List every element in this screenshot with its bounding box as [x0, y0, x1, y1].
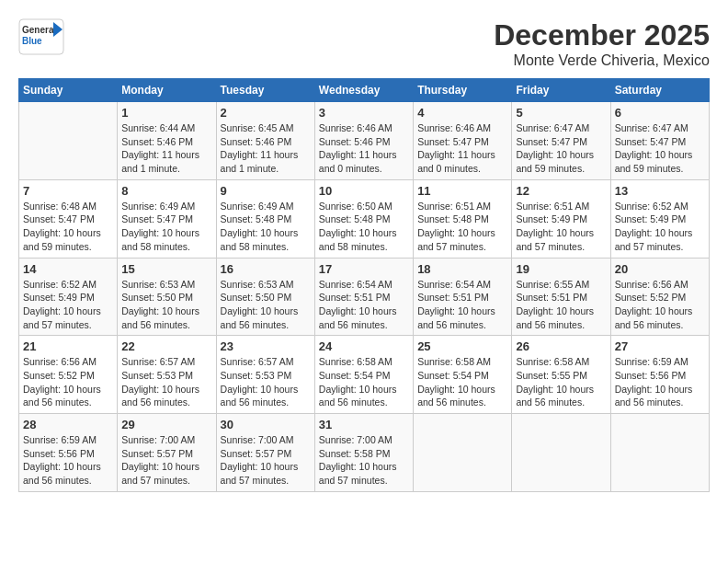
- calendar-cell: [19, 102, 118, 180]
- weekday-monday: Monday: [118, 79, 216, 102]
- calendar-cell: 13Sunrise: 6:52 AMSunset: 5:49 PMDayligh…: [610, 179, 709, 258]
- day-number: 17: [319, 262, 409, 276]
- calendar-cell: 20Sunrise: 6:56 AMSunset: 5:52 PMDayligh…: [610, 258, 709, 336]
- calendar-body: 1Sunrise: 6:44 AMSunset: 5:46 PMDaylight…: [19, 102, 710, 492]
- day-number: 20: [615, 262, 705, 276]
- calendar-cell: 23Sunrise: 6:57 AMSunset: 5:53 PMDayligh…: [216, 336, 314, 414]
- day-info: Sunrise: 6:49 AMSunset: 5:48 PMDaylight:…: [221, 200, 311, 254]
- day-number: 21: [23, 339, 113, 353]
- day-number: 27: [615, 339, 705, 353]
- weekday-thursday: Thursday: [414, 79, 512, 102]
- day-number: 10: [319, 184, 409, 198]
- calendar-title: December 2025: [494, 18, 710, 52]
- calendar-cell: 1Sunrise: 6:44 AMSunset: 5:46 PMDaylight…: [118, 102, 216, 180]
- day-info: Sunrise: 6:47 AMSunset: 5:47 PMDaylight:…: [615, 121, 705, 176]
- week-row-2: 7Sunrise: 6:48 AMSunset: 5:47 PMDaylight…: [19, 179, 710, 258]
- calendar-cell: 21Sunrise: 6:56 AMSunset: 5:52 PMDayligh…: [19, 336, 118, 414]
- day-info: Sunrise: 6:58 AMSunset: 5:55 PMDaylight:…: [516, 355, 606, 409]
- calendar-cell: 25Sunrise: 6:58 AMSunset: 5:54 PMDayligh…: [414, 336, 512, 414]
- day-number: 31: [319, 418, 409, 431]
- calendar-cell: 29Sunrise: 7:00 AMSunset: 5:57 PMDayligh…: [118, 414, 216, 492]
- day-number: 6: [615, 106, 705, 120]
- weekday-friday: Friday: [512, 79, 610, 102]
- day-info: Sunrise: 6:46 AMSunset: 5:47 PMDaylight:…: [417, 121, 507, 176]
- day-info: Sunrise: 6:54 AMSunset: 5:51 PMDaylight:…: [319, 278, 409, 332]
- day-number: 15: [121, 262, 211, 276]
- calendar-cell: 6Sunrise: 6:47 AMSunset: 5:47 PMDaylight…: [610, 102, 709, 180]
- day-info: Sunrise: 6:57 AMSunset: 5:53 PMDaylight:…: [121, 355, 211, 409]
- calendar-cell: 30Sunrise: 7:00 AMSunset: 5:57 PMDayligh…: [216, 414, 314, 492]
- day-info: Sunrise: 6:53 AMSunset: 5:50 PMDaylight:…: [221, 278, 311, 332]
- day-info: Sunrise: 6:56 AMSunset: 5:52 PMDaylight:…: [615, 278, 705, 332]
- day-info: Sunrise: 6:55 AMSunset: 5:51 PMDaylight:…: [516, 278, 606, 332]
- page-header: General Blue December 2025 Monte Verde C…: [18, 18, 710, 69]
- calendar-cell: 3Sunrise: 6:46 AMSunset: 5:46 PMDaylight…: [314, 102, 413, 180]
- day-info: Sunrise: 6:51 AMSunset: 5:48 PMDaylight:…: [417, 200, 507, 254]
- calendar-cell: 24Sunrise: 6:58 AMSunset: 5:54 PMDayligh…: [314, 336, 413, 414]
- day-info: Sunrise: 6:59 AMSunset: 5:56 PMDaylight:…: [615, 355, 705, 409]
- calendar-cell: 31Sunrise: 7:00 AMSunset: 5:58 PMDayligh…: [314, 414, 413, 492]
- calendar-cell: 10Sunrise: 6:50 AMSunset: 5:48 PMDayligh…: [314, 179, 413, 258]
- svg-text:Blue: Blue: [22, 36, 42, 46]
- calendar-cell: 18Sunrise: 6:54 AMSunset: 5:51 PMDayligh…: [414, 258, 512, 336]
- day-number: 9: [221, 184, 311, 198]
- calendar-cell: 7Sunrise: 6:48 AMSunset: 5:47 PMDaylight…: [19, 179, 118, 258]
- day-number: 19: [516, 262, 606, 276]
- day-info: Sunrise: 7:00 AMSunset: 5:57 PMDaylight:…: [221, 433, 311, 488]
- calendar-cell: 11Sunrise: 6:51 AMSunset: 5:48 PMDayligh…: [414, 179, 512, 258]
- calendar-table: SundayMondayTuesdayWednesdayThursdayFrid…: [18, 78, 710, 492]
- calendar-cell: 12Sunrise: 6:51 AMSunset: 5:49 PMDayligh…: [512, 179, 610, 258]
- day-number: 24: [319, 339, 409, 353]
- day-number: 23: [221, 339, 311, 353]
- day-number: 26: [516, 339, 606, 353]
- calendar-cell: 27Sunrise: 6:59 AMSunset: 5:56 PMDayligh…: [610, 336, 709, 414]
- week-row-3: 14Sunrise: 6:52 AMSunset: 5:49 PMDayligh…: [19, 258, 710, 336]
- calendar-cell: 26Sunrise: 6:58 AMSunset: 5:55 PMDayligh…: [512, 336, 610, 414]
- title-block: December 2025 Monte Verde Chiveria, Mexi…: [494, 18, 710, 69]
- calendar-cell: 17Sunrise: 6:54 AMSunset: 5:51 PMDayligh…: [314, 258, 413, 336]
- day-number: 5: [516, 106, 606, 120]
- calendar-cell: 16Sunrise: 6:53 AMSunset: 5:50 PMDayligh…: [216, 258, 314, 336]
- day-number: 22: [121, 339, 211, 353]
- day-info: Sunrise: 7:00 AMSunset: 5:58 PMDaylight:…: [319, 433, 409, 488]
- day-info: Sunrise: 6:50 AMSunset: 5:48 PMDaylight:…: [319, 200, 409, 254]
- day-number: 29: [121, 418, 211, 431]
- calendar-subtitle: Monte Verde Chiveria, Mexico: [494, 52, 710, 69]
- calendar-cell: 2Sunrise: 6:45 AMSunset: 5:46 PMDaylight…: [216, 102, 314, 180]
- day-info: Sunrise: 6:59 AMSunset: 5:56 PMDaylight:…: [23, 433, 113, 488]
- day-info: Sunrise: 6:57 AMSunset: 5:53 PMDaylight:…: [221, 355, 311, 409]
- weekday-saturday: Saturday: [610, 79, 709, 102]
- day-info: Sunrise: 7:00 AMSunset: 5:57 PMDaylight:…: [121, 433, 211, 488]
- calendar-header: SundayMondayTuesdayWednesdayThursdayFrid…: [19, 79, 710, 102]
- day-info: Sunrise: 6:52 AMSunset: 5:49 PMDaylight:…: [615, 200, 705, 254]
- day-info: Sunrise: 6:51 AMSunset: 5:49 PMDaylight:…: [516, 200, 606, 254]
- day-number: 3: [319, 106, 409, 120]
- weekday-wednesday: Wednesday: [314, 79, 413, 102]
- calendar-cell: 4Sunrise: 6:46 AMSunset: 5:47 PMDaylight…: [414, 102, 512, 180]
- day-number: 2: [221, 106, 311, 120]
- day-info: Sunrise: 6:46 AMSunset: 5:46 PMDaylight:…: [319, 121, 409, 176]
- weekday-header-row: SundayMondayTuesdayWednesdayThursdayFrid…: [19, 79, 710, 102]
- calendar-cell: 9Sunrise: 6:49 AMSunset: 5:48 PMDaylight…: [216, 179, 314, 258]
- day-info: Sunrise: 6:58 AMSunset: 5:54 PMDaylight:…: [417, 355, 507, 409]
- day-number: 8: [121, 184, 211, 198]
- day-number: 11: [417, 184, 507, 198]
- logo: General Blue: [18, 18, 64, 55]
- day-number: 12: [516, 184, 606, 198]
- svg-text:General: General: [22, 25, 56, 35]
- calendar-cell: [512, 414, 610, 492]
- calendar-cell: 22Sunrise: 6:57 AMSunset: 5:53 PMDayligh…: [118, 336, 216, 414]
- day-info: Sunrise: 6:58 AMSunset: 5:54 PMDaylight:…: [319, 355, 409, 409]
- day-info: Sunrise: 6:52 AMSunset: 5:49 PMDaylight:…: [23, 278, 113, 332]
- day-info: Sunrise: 6:47 AMSunset: 5:47 PMDaylight:…: [516, 121, 606, 176]
- week-row-4: 21Sunrise: 6:56 AMSunset: 5:52 PMDayligh…: [19, 336, 710, 414]
- day-info: Sunrise: 6:56 AMSunset: 5:52 PMDaylight:…: [23, 355, 113, 409]
- day-info: Sunrise: 6:54 AMSunset: 5:51 PMDaylight:…: [417, 278, 507, 332]
- day-number: 13: [615, 184, 705, 198]
- day-number: 25: [417, 339, 507, 353]
- calendar-cell: 28Sunrise: 6:59 AMSunset: 5:56 PMDayligh…: [19, 414, 118, 492]
- day-number: 28: [23, 418, 113, 431]
- day-info: Sunrise: 6:45 AMSunset: 5:46 PMDaylight:…: [221, 121, 311, 176]
- day-number: 14: [23, 262, 113, 276]
- calendar-cell: 8Sunrise: 6:49 AMSunset: 5:47 PMDaylight…: [118, 179, 216, 258]
